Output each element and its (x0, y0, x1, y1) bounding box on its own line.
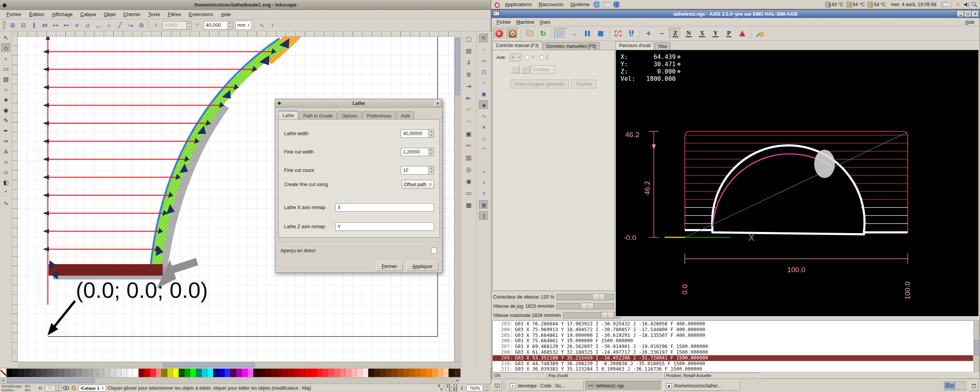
volume-icon[interactable] (963, 2, 969, 8)
palette-swatch[interactable] (368, 369, 374, 377)
calligraphy-tool[interactable]: ✑ (1, 136, 11, 146)
palette-swatch[interactable] (133, 369, 139, 377)
connector-tool[interactable]: ∿ (1, 198, 11, 208)
scroll-right-icon[interactable]: ▸ (455, 378, 460, 383)
menu-item[interactable]: Texte (145, 11, 163, 18)
panel-menu-item[interactable]: Applications (505, 1, 532, 8)
clock[interactable]: mer. 4 août, 19:05:56 (891, 2, 936, 7)
spin-arrows[interactable]: ▲▼ (484, 385, 490, 391)
palette-swatch[interactable] (173, 369, 179, 377)
palette-swatch[interactable] (35, 369, 41, 377)
layer-visibility-icon[interactable] (63, 385, 69, 391)
reload-file-button[interactable]: ↻ (537, 28, 549, 39)
object-to-path-icon[interactable]: ⧉ (136, 20, 146, 30)
selector-tool[interactable]: ↖ (1, 33, 11, 42)
insert-node-icon[interactable]: ⊞ (8, 20, 18, 30)
palette-swatch[interactable] (403, 369, 408, 377)
menu-item-help[interactable]: Aide (962, 19, 977, 26)
palette-swatch[interactable] (87, 369, 93, 377)
corner-node-icon[interactable]: ∨ (72, 20, 82, 30)
close-button[interactable]: Fermer (376, 261, 403, 271)
dialog-tab[interactable]: Options (338, 111, 362, 120)
palette-swatch[interactable] (93, 369, 98, 377)
layer-lock-icon[interactable] (71, 385, 77, 391)
value-spinbox[interactable]: 10 ▲▼ (401, 166, 434, 175)
save-document-icon[interactable]: ⇓ (464, 57, 474, 67)
palette-swatch[interactable] (81, 369, 87, 377)
text-tool[interactable]: A (1, 147, 11, 156)
manual-tab[interactable]: Contrôle manuel [F3] (492, 41, 542, 50)
join-segment-icon[interactable]: ⊶ (51, 20, 60, 30)
gcode-line[interactable]: 206: G01 X 75.664861 Y 19.000000 F 1500.… (493, 338, 973, 344)
ruler-horizontal[interactable] (18, 31, 454, 37)
snap-object-center-icon[interactable]: ∘ (479, 167, 489, 176)
palette-swatch[interactable] (374, 369, 380, 377)
workspace-pager[interactable] (944, 382, 965, 390)
open-file-button[interactable] (524, 28, 536, 39)
palette-swatch[interactable] (242, 369, 248, 377)
palette-swatch[interactable] (1, 369, 7, 377)
menu-item[interactable]: Objet (100, 11, 119, 18)
menu-item[interactable]: Fichier (3, 11, 25, 18)
palette-swatch[interactable] (190, 369, 196, 377)
palette-swatch[interactable] (328, 369, 334, 377)
eraser-tool[interactable]: ▱ (1, 167, 11, 177)
lathe-dialog-titlebar[interactable]: ❖ Lathe ✕ (275, 99, 442, 108)
snap-master-icon[interactable]: ⇱ (479, 34, 489, 43)
mail-launcher-icon[interactable] (603, 2, 609, 8)
palette-swatch[interactable] (144, 369, 150, 377)
palette-swatch[interactable] (104, 369, 110, 377)
palette-swatch[interactable] (230, 369, 236, 377)
palette-swatch[interactable] (385, 369, 391, 377)
node-tool[interactable]: ◇ (1, 43, 11, 53)
snap-midpoint-icon[interactable]: · (479, 156, 489, 165)
box3d-tool[interactable]: ▧ (1, 74, 11, 84)
ellipse-tool[interactable]: ○ (1, 85, 11, 94)
palette-swatch[interactable] (75, 369, 81, 377)
palette-swatch[interactable] (305, 369, 311, 377)
palette-swatch[interactable] (248, 369, 253, 377)
feed-override-slider[interactable] (557, 294, 614, 300)
unit-select[interactable]: mm ⇕ (235, 21, 252, 30)
value-spinbox[interactable]: 1,20000 ▲▼ (401, 148, 434, 156)
palette-swatch[interactable] (29, 369, 35, 377)
gcode-line[interactable]: 205: G03 X 75.664861 Y 19.000000 I -30.6… (493, 333, 973, 338)
canvas-hscrollbar[interactable] (18, 362, 461, 368)
spiral-tool[interactable]: ◉ (1, 105, 11, 115)
palette-swatch[interactable] (414, 369, 420, 377)
node-x-spinbox[interactable]: 0,000 ▲▼ (162, 21, 192, 29)
palette-swatch[interactable] (420, 369, 426, 377)
palette-swatch[interactable] (156, 369, 162, 377)
open-document-icon[interactable]: ▤ (464, 46, 474, 56)
web-launcher-icon[interactable] (613, 2, 619, 8)
layer-select[interactable]: •Calque 1 ⇕ (78, 385, 106, 392)
palette-swatch[interactable] (299, 369, 305, 377)
menu-item[interactable]: Extensions (185, 11, 217, 18)
palette-swatch[interactable] (340, 369, 345, 377)
toolbar-grip[interactable] (3, 21, 6, 29)
taskbar-window-button[interactable]: e develope : Code : Gc... (507, 381, 584, 391)
fine-cut-method-select[interactable]: Offset path ⇕ (402, 180, 434, 189)
rotate-view-button[interactable] (736, 28, 748, 39)
palette-swatch[interactable] (437, 369, 443, 377)
palette-swatch[interactable] (288, 369, 294, 377)
palette-swatch[interactable] (276, 369, 282, 377)
zoom-drawing-icon[interactable]: ◉ (464, 176, 474, 186)
home-all-button[interactable]: Prise d'origine générale (510, 80, 569, 88)
step-button[interactable]: → (568, 28, 580, 39)
palette-swatch[interactable] (351, 369, 357, 377)
temperature-widget[interactable]: 43 °C (825, 2, 843, 8)
paste-icon[interactable]: ▥ (464, 152, 474, 162)
spin-arrows[interactable]: ▲▼ (428, 166, 434, 175)
palette-swatch[interactable] (294, 369, 299, 377)
minimize-icon[interactable]: ▁ (957, 11, 964, 17)
menu-item[interactable]: Machine (514, 19, 537, 26)
palette-swatch[interactable] (70, 369, 75, 377)
jog-speed-slider[interactable] (557, 303, 614, 309)
axis-y-radio[interactable]: Y (525, 55, 534, 60)
value-spinbox[interactable]: 40,00000 ▲▼ (401, 129, 434, 138)
snap-smooth-node-icon[interactable]: ◠ (479, 145, 489, 154)
apply-button[interactable]: Appliquer (407, 261, 438, 271)
menu-item[interactable]: Chemin (120, 11, 144, 18)
zoom-spinbox[interactable]: Z : 792% ▲▼ (461, 385, 490, 391)
